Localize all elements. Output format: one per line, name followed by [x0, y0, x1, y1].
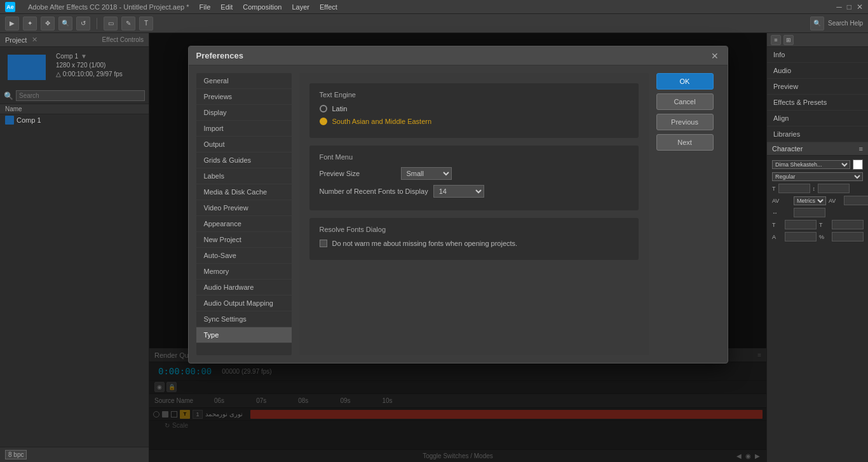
effect-controls-label: Effect Controls — [102, 36, 144, 43]
section-libraries[interactable]: Libraries — [767, 126, 868, 142]
toolbar-zoom[interactable]: 🔍 — [58, 17, 72, 31]
menu-edit[interactable]: Edit — [220, 3, 233, 11]
scale-v-input[interactable]: 100 % — [832, 220, 864, 229]
tracking-label-icon: AV — [772, 198, 791, 204]
scale-row-char: T 100 % T 100 % — [772, 220, 863, 229]
recent-fonts-select[interactable]: 5 10 14 20 — [433, 185, 484, 198]
dialog-title: Preferences — [196, 51, 243, 60]
project-search-input[interactable] — [16, 90, 145, 101]
font-name-row: Dima Shekasteh... — [772, 160, 863, 170]
resolve-checkbox-label: Do not warn me about missing fonts when … — [332, 240, 518, 247]
pref-nav-memory[interactable]: Memory — [196, 264, 292, 280]
pref-nav-grids[interactable]: Grids & Guides — [196, 153, 292, 168]
right-toolbar-btn1[interactable]: ≡ — [771, 35, 781, 45]
cancel-button[interactable]: Cancel — [656, 93, 714, 110]
menu-file[interactable]: File — [200, 3, 211, 11]
recent-fonts-label: Number of Recent Fonts to Display — [320, 187, 428, 195]
tsume-input[interactable]: 0 % — [832, 232, 864, 241]
section-preview[interactable]: Preview — [767, 79, 868, 95]
next-button[interactable]: Next — [656, 134, 714, 151]
scale-h-input[interactable]: 100 % — [785, 220, 817, 229]
pref-nav-previews[interactable]: Previews — [196, 89, 292, 105]
comp-name-label: Comp 1 — [56, 52, 78, 61]
preview-size-row: Preview Size Small Medium Large — [320, 167, 628, 180]
pref-nav-video-preview[interactable]: Video Preview — [196, 200, 292, 216]
character-menu-icon[interactable]: ≡ — [859, 145, 863, 153]
resolve-checkbox[interactable] — [320, 240, 327, 247]
resolve-checkbox-row: Do not warn me about missing fonts when … — [320, 240, 628, 247]
font-style-select[interactable]: Regular — [772, 172, 863, 181]
toolbar-shape[interactable]: ▭ — [104, 17, 118, 31]
pref-nav-audio-output[interactable]: Audio Output Mapping — [196, 296, 292, 311]
toolbar-pen[interactable]: ✎ — [121, 17, 135, 31]
pref-nav-general[interactable]: General — [196, 73, 292, 89]
toolbar-rotate[interactable]: ↺ — [76, 17, 90, 31]
tracking-select[interactable]: Metrics — [794, 196, 826, 205]
leading-row: ↔ px — [772, 208, 863, 217]
bpc-icon[interactable]: 8 bpc — [5, 450, 27, 459]
text-engine-title: Text Engine — [320, 91, 628, 99]
baseline-icon: A — [772, 234, 782, 240]
pref-nav-auto-save[interactable]: Auto-Save — [196, 248, 292, 264]
toolbar-text[interactable]: T — [139, 17, 153, 31]
scale-h-icon: T — [772, 222, 782, 228]
pref-nav-audio-hardware[interactable]: Audio Hardware — [196, 280, 292, 296]
preferences-nav: General Previews Display Import Output G… — [196, 73, 292, 355]
app-logo: Ae — [5, 2, 15, 12]
ok-button[interactable]: OK — [656, 73, 714, 90]
dialog-buttons: OK Cancel Previous Next — [656, 73, 720, 355]
toolbar-hand[interactable]: ✥ — [41, 17, 55, 31]
radio-latin-label: Latin — [332, 105, 348, 112]
kerning-input[interactable]: 0 — [844, 196, 868, 205]
line-height-input[interactable]: 79 px — [818, 184, 850, 193]
menu-layer[interactable]: Layer — [292, 3, 309, 11]
section-audio[interactable]: Audio — [767, 63, 868, 79]
previous-button[interactable]: Previous — [656, 114, 714, 130]
dialog-close-button[interactable]: ✕ — [710, 51, 720, 61]
project-item-comp1[interactable]: Comp 1 — [0, 114, 149, 126]
pref-nav-media-disk-cache[interactable]: Media & Disk Cache — [196, 184, 292, 200]
pref-nav-output[interactable]: Output — [196, 137, 292, 153]
font-name-select[interactable]: Dima Shekasteh... — [772, 160, 850, 169]
pref-nav-sync-settings[interactable]: Sync Settings — [196, 311, 292, 327]
leading-icon: ↔ — [772, 210, 791, 216]
close-button[interactable]: ✕ — [857, 3, 863, 11]
preferences-content: Text Engine Latin South Asian and Middle… — [299, 73, 649, 355]
dialog-overlay: Preferences ✕ General Previews Display I… — [149, 33, 766, 462]
font-size-row: T 66 px ↕ 79 px — [772, 184, 863, 193]
color-swatch[interactable] — [853, 160, 863, 170]
right-toolbar-btn2[interactable]: ⊞ — [783, 35, 794, 45]
font-size-input[interactable]: 66 px — [778, 184, 810, 193]
resolve-fonts-group: Resolve Fonts Dialog Do not warn me abou… — [309, 218, 639, 260]
pref-nav-new-project[interactable]: New Project — [196, 232, 292, 248]
toolbar-select[interactable]: ✦ — [23, 17, 37, 31]
menu-bar: Ae Adobe After Effects CC 2018 - Untitle… — [0, 0, 868, 14]
toolbar-new[interactable]: ▶ — [5, 17, 19, 31]
pref-nav-appearance[interactable]: Appearance — [196, 216, 292, 232]
menu-effect[interactable]: Effect — [320, 3, 337, 11]
maximize-button[interactable]: □ — [847, 3, 851, 11]
pref-nav-display[interactable]: Display — [196, 105, 292, 121]
radio-latin[interactable] — [320, 105, 327, 112]
app-title: Adobe After Effects CC 2018 - Untitled P… — [28, 3, 189, 11]
main-layout: Project ✕ Effect Controls Comp 1 ▼ 1280 … — [0, 33, 868, 462]
menu-composition[interactable]: Composition — [243, 3, 281, 11]
section-effects-presets[interactable]: Effects & Presets — [767, 95, 868, 111]
comp-resolution: 1280 x 720 (1/00) — [56, 61, 123, 70]
pref-nav-import[interactable]: Import — [196, 121, 292, 137]
section-info[interactable]: Info — [767, 47, 868, 63]
baseline-input[interactable]: 0 px — [785, 232, 817, 241]
preview-size-select[interactable]: Small Medium Large — [401, 167, 452, 180]
font-menu-title: Font Menu — [320, 153, 628, 161]
comp-info: Comp 1 ▼ 1280 x 720 (1/00) △ 0:00:10:00,… — [51, 50, 128, 81]
minimize-button[interactable]: ─ — [836, 3, 842, 11]
radio-south-asian[interactable] — [320, 118, 327, 125]
section-align[interactable]: Align — [767, 111, 868, 126]
comp-icon — [5, 116, 14, 125]
pref-nav-type[interactable]: Type — [196, 327, 292, 343]
pref-nav-labels[interactable]: Labels — [196, 168, 292, 184]
leading-input[interactable]: px — [794, 208, 825, 217]
comp-thumbnail — [8, 55, 46, 80]
character-panel-header: Character ≡ — [767, 142, 868, 156]
search-icon[interactable]: 🔍 — [810, 17, 824, 31]
